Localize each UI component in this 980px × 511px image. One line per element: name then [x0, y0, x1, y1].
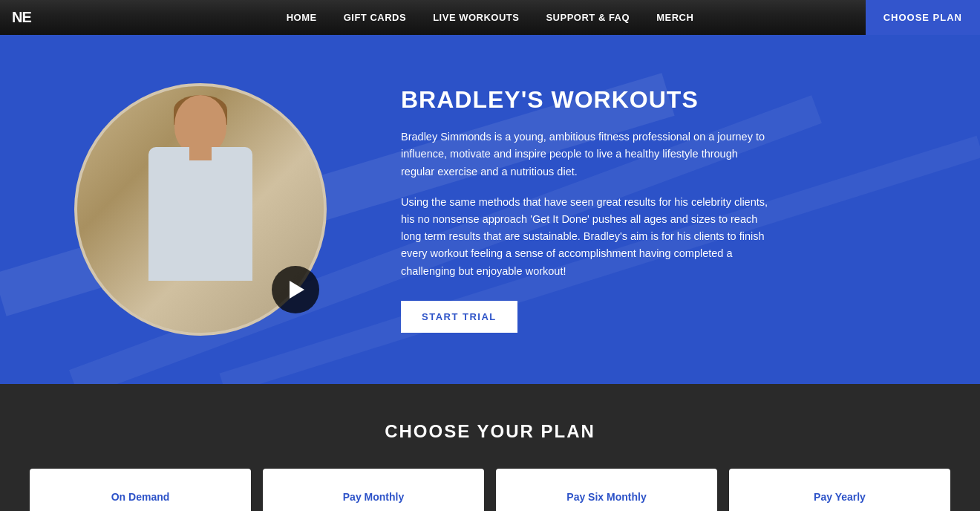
nav-links: HOME GIFT CARDS LIVE WORKOUTS SUPPORT & … [287, 12, 694, 23]
nav-gift-cards[interactable]: GIFT CARDS [344, 12, 406, 23]
hero-description-1: Bradley Simmonds is a young, ambitious f… [401, 128, 772, 180]
plan-card-six-monthly: Pay Six Monthly £23 A MONTH £138 for 6 m… [496, 469, 717, 511]
nav-support-faq[interactable]: SUPPORT & FAQ [546, 12, 630, 23]
plan-name-rest: Monthly [362, 491, 405, 503]
plan-card-monthly: Pay Monthly £25 A MONTH 6 workouts every… [263, 469, 484, 511]
nav-home[interactable]: HOME [287, 12, 317, 23]
hero-image-container [59, 83, 342, 336]
hero-title: BRADLEY'S WORKOUTS [401, 86, 921, 114]
plan-name-yearly: Pay Yearly [744, 491, 935, 503]
plan-name-highlight: On [111, 491, 125, 503]
navbar: NE HOME GIFT CARDS LIVE WORKOUTS SUPPORT… [0, 0, 980, 35]
plan-name-six-monthly: Pay Six Monthly [511, 491, 702, 503]
plans-section: CHOOSE YOUR PLAN On Demand £5 PER PASS W… [0, 384, 980, 511]
plans-grid: On Demand £5 PER PASS Watch live or rent… [30, 469, 950, 511]
hero-description-2: Using the same methods that have seen gr… [401, 194, 772, 280]
person-neck [189, 146, 212, 160]
person-body [148, 147, 252, 281]
plan-name-highlight: Pay [814, 491, 832, 503]
hero-content: BRADLEY'S WORKOUTS Bradley Simmonds is a… [342, 86, 921, 333]
plans-section-title: CHOOSE YOUR PLAN [30, 421, 950, 442]
play-icon [290, 281, 304, 299]
play-button[interactable] [272, 266, 319, 313]
plan-name-highlight: Pay [343, 491, 362, 503]
nav-merch[interactable]: MERCH [656, 12, 693, 23]
start-trial-button[interactable]: START TRIAL [401, 301, 517, 333]
person-figure [119, 95, 282, 333]
plan-name-highlight: Pay [566, 491, 585, 503]
plan-name-monthly: Pay Monthly [278, 491, 469, 503]
plan-card-yearly: Pay Yearly £22 A MONTH £264 for 12 month… [729, 469, 950, 511]
plan-name-rest: Six Monthly [585, 491, 646, 503]
plan-name-on-demand: On Demand [45, 491, 236, 503]
plan-name-rest: Demand [125, 491, 169, 503]
hero-section: BRADLEY'S WORKOUTS Bradley Simmonds is a… [0, 35, 980, 384]
site-logo: NE [12, 9, 31, 26]
plan-name-rest: Yearly [832, 491, 866, 503]
choose-plan-button[interactable]: CHOOSE PLAN [866, 0, 980, 35]
plan-card-on-demand: On Demand £5 PER PASS Watch live or rent… [30, 469, 251, 511]
nav-live-workouts[interactable]: LIVE WORKOUTS [433, 12, 519, 23]
